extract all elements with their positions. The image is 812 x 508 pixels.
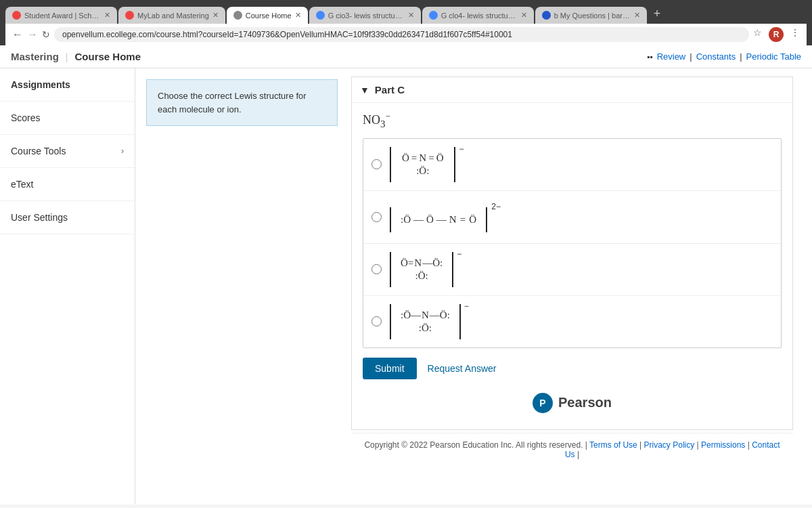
right-panel: ▼ Part C NO3− [348,68,812,505]
instruction-text: Choose the correct Lewis structure for e… [158,91,307,114]
option-row-d: − :Ö— N —Ö: :Ö: [363,296,781,347]
pearson-logo-area: P Pearson [363,385,782,421]
tab-favicon-1 [125,11,134,20]
sidebar-item-course-tools[interactable]: Course Tools › [0,135,135,168]
ion-formula: NO3− [363,111,782,130]
back-button[interactable]: ← [12,28,23,41]
review-link[interactable]: Review [657,51,686,62]
permissions-link[interactable]: Permissions [701,440,745,450]
tab-favicon-4 [429,11,438,20]
submit-row: Submit Request Answer [363,348,782,385]
tab-favicon-2 [233,11,242,20]
tab-close-1[interactable]: ✕ [212,11,219,20]
sidebar-item-assignments[interactable]: Assignments [0,68,135,102]
part-label: Part C [375,84,405,96]
tab-title-1: MyLab and Mastering [137,12,209,20]
periodic-table-link[interactable]: Periodic Table [746,51,801,62]
sidebar-item-scores[interactable]: Scores [0,102,135,135]
bookmark-icon[interactable]: ☆ [753,27,762,42]
pearson-circle-icon: P [533,393,553,413]
tab-title-0: Student Award | Scholarshi [24,12,101,20]
browser-chrome: Student Award | Scholarshi ✕ MyLab and M… [0,0,812,45]
sep1: | [690,51,692,62]
terms-of-use-link[interactable]: Terms of Use [589,440,637,450]
toolbar-separator: | [66,51,68,62]
radio-option-a[interactable] [371,159,382,169]
tab-title-4: G clo4- lewis structure - Go [441,12,518,20]
menu-icon[interactable]: ⋮ [790,27,800,42]
toolbar-left: Mastering | Course Home [11,51,141,62]
new-tab-button[interactable]: + [648,4,667,24]
review-icon: ▪▪ [647,52,653,62]
brand-label: Mastering [11,51,59,62]
option-row-c: − Ö= N —Ö: :Ö: [363,244,781,296]
tab-favicon-5 [542,11,551,20]
radio-option-d[interactable] [371,316,382,326]
part-toggle-icon[interactable]: ▼ [360,85,369,96]
tab-close-2[interactable]: ✕ [295,11,301,20]
tab-title-3: G cio3- lewis structure - Goo [328,12,405,20]
structure-c: − Ö= N —Ö: :Ö: [390,252,453,287]
sidebar-label-assignments: Assignments [11,79,70,90]
sidebar-item-etext[interactable]: eText [0,168,135,201]
footer-sep4: | [577,450,579,459]
main-content: Choose the correct Lewis structure for e… [135,68,812,505]
sidebar-item-user-settings[interactable]: User Settings [0,201,135,234]
options-container: − Ö = N = Ö [363,138,782,348]
structure-b: 2− :Ö — Ö — N = Ö [390,202,487,232]
tab-favicon-0 [12,11,21,20]
tabs-row: Student Award | Scholarshi ✕ MyLab and M… [5,4,807,24]
address-icons: ☆ R ⋮ [753,27,800,42]
tab-close-5[interactable]: ✕ [634,11,640,20]
body: Assignments Scores Course Tools › eText … [0,68,812,505]
profile-icon[interactable]: R [769,27,784,42]
toolbar: Mastering | Course Home ▪▪ Review | Cons… [0,45,812,68]
question-body: NO3− − [351,103,793,430]
sidebar-label-user-settings: User Settings [11,212,68,223]
course-home-label: Course Home [75,51,141,62]
submit-button[interactable]: Submit [363,358,417,379]
option-row-b: 2− :Ö — Ö — N = Ö [363,191,781,244]
option-row-a: − Ö = N = Ö [363,139,781,191]
privacy-policy-link[interactable]: Privacy Policy [644,440,695,450]
part-header: ▼ Part C [351,77,793,103]
footer: Copyright © 2022 Pearson Education Inc. … [351,433,793,466]
sidebar-label-etext: eText [11,179,33,190]
tab-close-4[interactable]: ✕ [521,11,527,20]
sep2: | [740,51,742,62]
instruction-card: Choose the correct Lewis structure for e… [146,79,338,126]
app-container: Mastering | Course Home ▪▪ Review | Cons… [0,45,812,505]
browser-tab-3[interactable]: G cio3- lewis structure - Goo ✕ [309,7,421,24]
copyright-text: Copyright © 2022 Pearson Education Inc. … [364,440,583,450]
sidebar-label-course-tools: Course Tools [11,146,66,156]
address-input[interactable] [54,27,749,42]
browser-tab-5[interactable]: b My Questions | bartleby ✕ [535,7,647,24]
radio-option-c[interactable] [371,264,382,274]
tab-close-0[interactable]: ✕ [104,11,110,20]
browser-tab-1[interactable]: MyLab and Mastering ✕ [118,7,225,24]
reload-button[interactable]: ↻ [42,29,50,40]
radio-option-b[interactable] [371,212,382,222]
structure-d: − :Ö— N —Ö: :Ö: [390,304,461,339]
structure-a: − Ö = N = Ö [390,147,455,182]
tab-favicon-3 [316,11,325,20]
address-bar-row: ← → ↻ ☆ R ⋮ [5,24,807,45]
constants-link[interactable]: Constants [696,51,736,62]
tab-title-5: b My Questions | bartleby [554,12,631,20]
request-answer-link[interactable]: Request Answer [428,363,497,374]
sidebar-label-scores: Scores [11,112,41,123]
tab-title-2: Course Home [246,12,292,20]
sidebar: Assignments Scores Course Tools › eText … [0,68,135,505]
browser-tab-2[interactable]: Course Home ✕ [227,7,308,24]
pearson-name: Pearson [558,395,612,410]
chevron-right-icon: › [121,146,124,156]
forward-button[interactable]: → [27,28,38,41]
toolbar-right: ▪▪ Review | Constants | Periodic Table [647,51,801,62]
browser-tab-4[interactable]: G clo4- lewis structure - Go ✕ [422,7,534,24]
browser-tab-0[interactable]: Student Award | Scholarshi ✕ [5,7,117,24]
left-panel: Choose the correct Lewis structure for e… [135,68,348,505]
tab-close-3[interactable]: ✕ [408,11,414,20]
